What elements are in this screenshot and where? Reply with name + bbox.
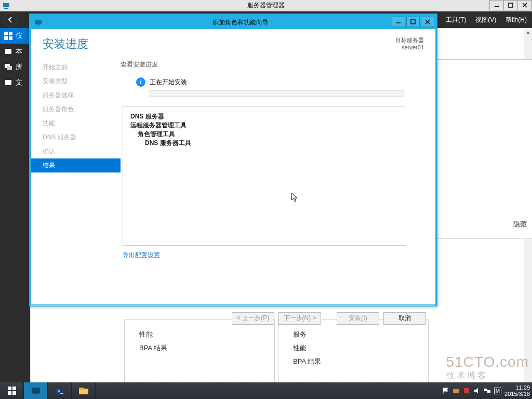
wizard-close-button[interactable] — [421, 17, 434, 27]
step-confirm: 确认 — [31, 144, 121, 158]
svg-rect-25 — [33, 393, 38, 394]
sidebar-item-local[interactable]: 本 — [0, 44, 30, 59]
svg-rect-14 — [35, 20, 42, 24]
svg-rect-9 — [9, 36, 12, 40]
sm-sidebar: 仪 本 所 文 — [0, 28, 30, 399]
system-tray[interactable]: M 11:29 2015/3/18 — [442, 384, 530, 397]
wizard-target: 目标服务器 server01 — [395, 36, 424, 52]
install-status: 正在开始安装 — [150, 78, 187, 87]
feature-list: DNS 服务器 远程服务器管理工具 角色管理工具 DNS 服务器工具 — [123, 107, 406, 246]
info-icon: i — [136, 77, 145, 87]
outer-titlebar: 服务器管理器 — [0, 0, 532, 11]
svg-rect-32 — [484, 389, 487, 391]
svg-text:>_: >_ — [57, 388, 63, 394]
wizard-title: 添加角色和功能向导 — [46, 18, 435, 27]
svg-rect-12 — [7, 66, 12, 70]
server-icon — [4, 47, 12, 56]
tray-ime-icon[interactable]: M — [494, 388, 501, 394]
svg-rect-29 — [79, 388, 84, 390]
wizard-titlebar[interactable]: 添加角色和功能向导 — [31, 16, 435, 29]
menu-view[interactable]: 视图(V) — [475, 16, 496, 24]
tray-clock[interactable]: 11:29 2015/3/18 — [504, 384, 530, 397]
svg-rect-17 — [411, 20, 415, 24]
back-button[interactable] — [3, 13, 18, 26]
svg-rect-30 — [453, 389, 459, 393]
menu-tools[interactable]: 工具(T) — [446, 16, 466, 24]
taskbar-explorer[interactable] — [72, 382, 96, 399]
svg-rect-10 — [5, 49, 11, 54]
step-installtype: 安装类型 — [31, 74, 121, 88]
server-manager-icon — [2, 2, 10, 10]
svg-rect-7 — [9, 32, 12, 35]
tile-bpa: BPA 结果 — [139, 343, 260, 353]
tile-perf2: 性能 — [293, 343, 414, 353]
svg-rect-15 — [36, 24, 41, 25]
step-before: 开始之前 — [31, 60, 121, 74]
svg-rect-6 — [4, 32, 8, 35]
svg-rect-3 — [509, 3, 513, 7]
tray-network-icon[interactable] — [484, 387, 491, 394]
tray-folder-icon[interactable] — [453, 387, 460, 394]
feature-roleadmin: 角色管理工具 — [138, 130, 398, 139]
wizard-heading: 安装进度 — [43, 36, 88, 52]
step-results[interactable]: 结果 — [31, 158, 121, 172]
outer-maximize-button[interactable] — [503, 0, 518, 10]
tile-top-right: 隐藏 — [436, 59, 532, 239]
tile-bpa2: BPA 结果 — [293, 357, 414, 366]
step-dns: DNS 服务器 — [31, 130, 121, 144]
tray-security-icon[interactable] — [463, 387, 470, 394]
wizard-minimize-button[interactable] — [392, 17, 405, 27]
tray-volume-icon[interactable] — [473, 387, 481, 394]
prev-button: < 上一步(P) — [232, 312, 274, 325]
wizard-dialog: 添加角色和功能向导 安装进度 目标服务器 server01 开始之前 安装类型 … — [29, 14, 437, 307]
sidebar-item-file[interactable]: 文 — [0, 75, 30, 90]
svg-rect-1 — [4, 8, 8, 9]
next-button: 下一步(N) > — [278, 312, 321, 325]
outer-title: 服务器管理器 — [247, 1, 285, 10]
outer-minimize-button[interactable] — [489, 0, 504, 10]
outer-close-button[interactable] — [517, 0, 532, 10]
file-icon — [4, 78, 12, 87]
feature-dns: DNS 服务器 — [130, 112, 398, 121]
watermark: 51CTO.com 技术博客 — [446, 354, 529, 381]
svg-rect-23 — [12, 391, 16, 395]
taskbar-server-manager[interactable] — [24, 382, 48, 399]
export-config-link[interactable]: 导出配置设置 — [123, 251, 160, 260]
wizard-icon — [34, 18, 43, 26]
install-button: 安装(I) — [337, 312, 379, 325]
svg-rect-33 — [487, 390, 490, 393]
taskbar-powershell[interactable]: >_ — [48, 382, 72, 399]
svg-rect-31 — [464, 388, 469, 393]
wizard-maximize-button[interactable] — [406, 17, 420, 27]
taskbar[interactable]: >_ M 11:29 2015/3/18 — [0, 382, 532, 399]
svg-rect-22 — [8, 391, 11, 395]
sm-menu: 工具(T) 视图(V) 帮助(H) — [446, 16, 527, 24]
svg-rect-20 — [8, 387, 11, 390]
sidebar-item-dashboard[interactable]: 仪 — [0, 28, 30, 44]
svg-rect-24 — [32, 388, 40, 393]
dashboard-icon — [4, 32, 12, 40]
sidebar-item-all[interactable]: 所 — [0, 59, 30, 75]
feature-dns-tools: DNS 服务器工具 — [145, 139, 398, 148]
wizard-footer: < 上一步(P) 下一步(N) > 安装(I) 取消 — [31, 305, 435, 330]
cursor-icon — [291, 192, 299, 203]
wizard-content: 查看安装进度 i 正在开始安装 DNS 服务器 远程服务器管理工具 角色管理工具… — [121, 55, 435, 305]
menu-help[interactable]: 帮助(H) — [506, 16, 527, 24]
svg-rect-8 — [4, 36, 8, 40]
tile-svc: 服务 — [293, 330, 414, 339]
tile-perf: 性能 — [139, 330, 260, 339]
svg-rect-13 — [5, 80, 11, 85]
tray-flag-icon[interactable] — [442, 387, 449, 394]
start-button[interactable] — [0, 382, 24, 399]
svg-rect-0 — [3, 3, 9, 7]
wizard-steps: 开始之前 安装类型 服务器选择 服务器角色 功能 DNS 服务器 确认 结果 — [31, 55, 121, 305]
step-serverselect: 服务器选择 — [31, 88, 121, 102]
step-features: 功能 — [31, 116, 121, 130]
wizard-subhead: 查看安装进度 — [121, 60, 425, 69]
hide-link[interactable]: 隐藏 — [513, 220, 527, 229]
cancel-button[interactable]: 取消 — [383, 312, 426, 325]
svg-rect-21 — [12, 387, 16, 390]
scroll-up-icon[interactable]: ▲ — [524, 28, 532, 36]
servers-icon — [4, 63, 12, 71]
step-serverrole: 服务器角色 — [31, 102, 121, 116]
